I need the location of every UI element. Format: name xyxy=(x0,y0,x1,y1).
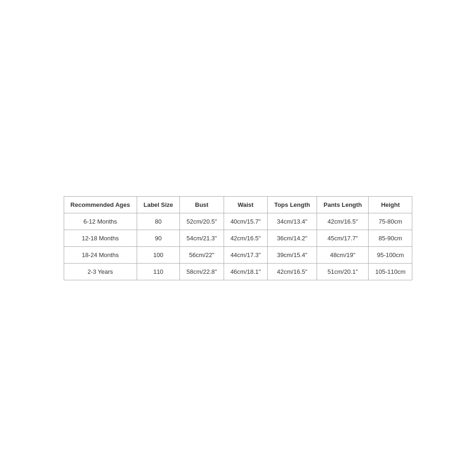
table-row: 12-18 Months9054cm/21.3"42cm/16.5"36cm/1… xyxy=(64,230,412,246)
table-row: 2-3 Years11058cm/22.8"46cm/18.1"42cm/16.… xyxy=(64,263,412,280)
cell-label-size: 80 xyxy=(137,213,180,230)
cell-waist: 42cm/16.5" xyxy=(224,230,267,246)
cell-tops-length: 36cm/14.2" xyxy=(267,230,317,246)
cell-height: 85-90cm xyxy=(369,230,412,246)
cell-ages: 2-3 Years xyxy=(64,263,137,280)
table-row: 18-24 Months10056cm/22"44cm/17.3"39cm/15… xyxy=(64,246,412,263)
cell-bust: 56cm/22" xyxy=(180,246,224,263)
cell-ages: 18-24 Months xyxy=(64,246,137,263)
cell-pants-length: 42cm/16.5" xyxy=(317,213,368,230)
cell-label-size: 110 xyxy=(137,263,180,280)
cell-height: 75-80cm xyxy=(369,213,412,230)
cell-waist: 40cm/15.7" xyxy=(224,213,267,230)
cell-tops-length: 42cm/16.5" xyxy=(267,263,317,280)
cell-height: 95-100cm xyxy=(369,246,412,263)
cell-ages: 6-12 Months xyxy=(64,213,137,230)
cell-height: 105-110cm xyxy=(369,263,412,280)
cell-tops-length: 39cm/15.4" xyxy=(267,246,317,263)
cell-label-size: 100 xyxy=(137,246,180,263)
header-waist: Waist xyxy=(224,196,267,213)
cell-pants-length: 51cm/20.1" xyxy=(317,263,368,280)
size-chart-container: Recommended Ages Label Size Bust Waist T… xyxy=(64,196,413,280)
header-height: Height xyxy=(369,196,412,213)
header-tops-length: Tops Length xyxy=(267,196,317,213)
cell-bust: 52cm/20.5" xyxy=(180,213,224,230)
cell-bust: 54cm/21.3" xyxy=(180,230,224,246)
cell-waist: 44cm/17.3" xyxy=(224,246,267,263)
header-bust: Bust xyxy=(180,196,224,213)
cell-tops-length: 34cm/13.4" xyxy=(267,213,317,230)
header-recommended-ages: Recommended Ages xyxy=(64,196,137,213)
cell-pants-length: 48cm/19" xyxy=(317,246,368,263)
table-row: 6-12 Months8052cm/20.5"40cm/15.7"34cm/13… xyxy=(64,213,412,230)
cell-bust: 58cm/22.8" xyxy=(180,263,224,280)
cell-pants-length: 45cm/17.7" xyxy=(317,230,368,246)
size-chart-table: Recommended Ages Label Size Bust Waist T… xyxy=(64,196,413,280)
cell-ages: 12-18 Months xyxy=(64,230,137,246)
header-pants-length: Pants Length xyxy=(317,196,368,213)
table-header-row: Recommended Ages Label Size Bust Waist T… xyxy=(64,196,412,213)
cell-label-size: 90 xyxy=(137,230,180,246)
cell-waist: 46cm/18.1" xyxy=(224,263,267,280)
header-label-size: Label Size xyxy=(137,196,180,213)
